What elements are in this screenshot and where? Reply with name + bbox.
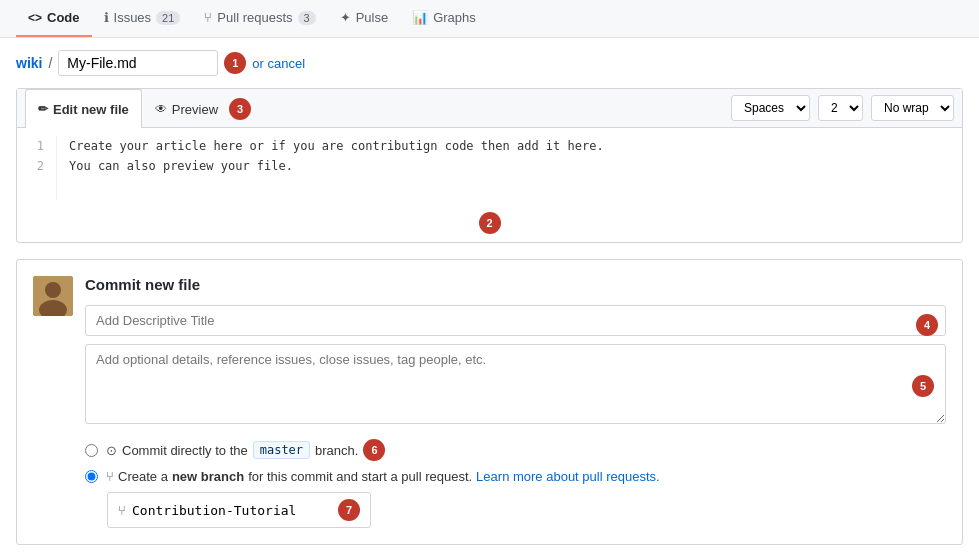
commit-form: Commit new file 4 5 ⊙ Commit directly to… [85,276,946,528]
master-branch-badge: master [253,441,310,459]
commit-section-title: Commit new file [85,276,946,293]
radio-new-branch-option: ⑂ Create a new branch for this commit an… [85,469,946,484]
commit-title-input[interactable] [85,305,946,336]
pull-requests-badge: 3 [298,11,316,25]
branch-prefix-icon: ⑂ [118,503,126,518]
line-numbers: 1 2 [17,136,57,200]
avatar-image [33,276,73,316]
tab-graphs[interactable]: 📊 Graphs [400,0,488,37]
svg-point-1 [45,282,61,298]
repo-link[interactable]: wiki [16,55,42,71]
tab-pulse-label: Pulse [356,10,389,25]
breadcrumb-separator: / [48,55,52,71]
radio-direct-label[interactable]: ⊙ Commit directly to the master branch. … [106,439,385,461]
indent-size-select[interactable]: 2 [818,95,863,121]
edit-tab-label: Edit new file [53,102,129,117]
radio-new-suffix: for this commit and start a pull request… [248,469,472,484]
tab-pull-requests-label: Pull requests [217,10,292,25]
annotation-5: 5 [912,375,934,397]
annotation-4: 4 [916,314,938,336]
editor-container: ✏ Edit new file 👁 Preview 3 Spaces 2 No … [16,88,963,243]
tab-code-label: Code [47,10,80,25]
branch-input-area: ⑂ 7 [107,492,371,528]
annotation-6: 6 [363,439,385,461]
tab-pulse[interactable]: ✦ Pulse [328,0,401,37]
preview-tab[interactable]: 👁 Preview 3 [142,89,264,128]
tab-pull-requests[interactable]: ⑂ Pull requests 3 [192,0,327,37]
code-content[interactable]: Create your article here or if you are c… [57,136,962,200]
annotation-2: 2 [479,212,501,234]
tab-issues[interactable]: ℹ Issues 21 [92,0,193,37]
pulse-icon: ✦ [340,10,351,25]
pencil-icon: ✏ [38,102,48,116]
code-editor: 1 2 Create your article here or if you a… [17,128,962,208]
preview-tab-label: Preview [172,102,218,117]
line-number-2: 2 [29,156,44,176]
issues-icon: ℹ [104,10,109,25]
code-line-2: You can also preview your file. [69,156,950,176]
commit-icon: ⊙ [106,443,117,458]
code-line-1: Create your article here or if you are c… [69,136,950,156]
breadcrumb: wiki / 1 or cancel [0,38,979,88]
editor-tabs: ✏ Edit new file 👁 Preview 3 Spaces 2 No … [17,89,962,128]
top-nav: <> Code ℹ Issues 21 ⑂ Pull requests 3 ✦ … [0,0,979,38]
pull-requests-icon: ⑂ [204,10,212,25]
radio-new-branch-label[interactable]: ⑂ Create a new branch for this commit an… [106,469,660,484]
commit-section: Commit new file 4 5 ⊙ Commit directly to… [16,259,963,545]
indent-type-select[interactable]: Spaces [731,95,810,121]
annotation-1: 1 [224,52,246,74]
tab-code[interactable]: <> Code [16,0,92,37]
radio-options: ⊙ Commit directly to the master branch. … [85,439,946,528]
branch-name-input[interactable] [132,503,332,518]
annotation-3: 3 [229,98,251,120]
wrap-select[interactable]: No wrap [871,95,954,121]
radio-new-bold-text: new branch [172,469,244,484]
tab-graphs-label: Graphs [433,10,476,25]
fork-icon: ⑂ [106,469,114,484]
tab-issues-label: Issues [114,10,152,25]
code-icon: <> [28,11,42,25]
issues-badge: 21 [156,11,180,25]
graphs-icon: 📊 [412,10,428,25]
annotation-7: 7 [338,499,360,521]
avatar [33,276,73,316]
line-number-1: 1 [29,136,44,156]
edit-tab[interactable]: ✏ Edit new file [25,89,142,128]
radio-new-branch[interactable] [85,470,98,483]
radio-new-text: Create a [118,469,168,484]
eye-icon: 👁 [155,102,167,116]
filename-input[interactable] [58,50,218,76]
cancel-link[interactable]: or cancel [252,56,305,71]
radio-direct-text: Commit directly to the [122,443,248,458]
radio-direct[interactable] [85,444,98,457]
radio-direct-option: ⊙ Commit directly to the master branch. … [85,439,946,461]
learn-more-link[interactable]: Learn more about pull requests. [476,469,660,484]
editor-controls: Spaces 2 No wrap [731,95,954,121]
commit-description-textarea[interactable] [85,344,946,424]
editor-tab-group: ✏ Edit new file 👁 Preview 3 [25,89,264,127]
radio-direct-suffix: branch. [315,443,358,458]
